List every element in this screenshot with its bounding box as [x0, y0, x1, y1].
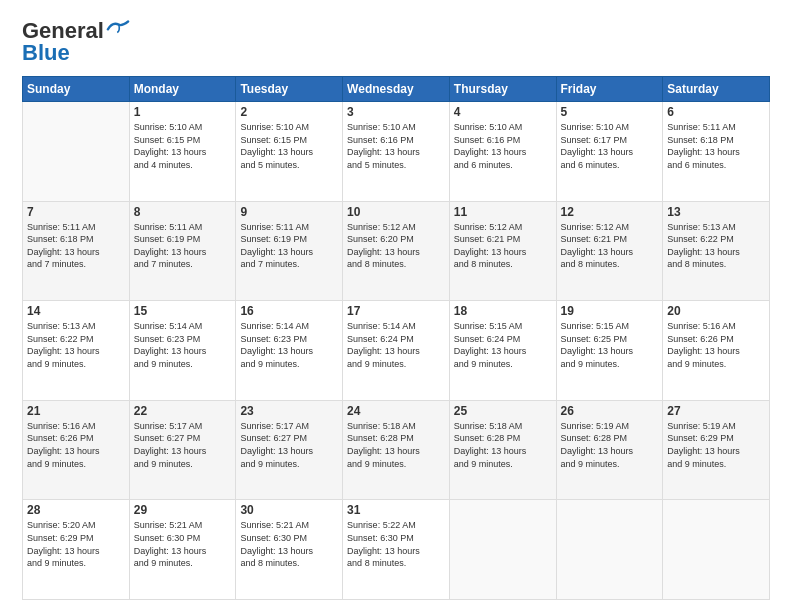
cell-sun-info: Sunrise: 5:11 AM Sunset: 6:18 PM Dayligh…: [27, 221, 125, 271]
cell-sun-info: Sunrise: 5:14 AM Sunset: 6:23 PM Dayligh…: [134, 320, 232, 370]
logo-blue: Blue: [22, 40, 70, 66]
calendar-cell: 4Sunrise: 5:10 AM Sunset: 6:16 PM Daylig…: [449, 102, 556, 202]
calendar-cell: [23, 102, 130, 202]
header: General Blue: [22, 18, 770, 66]
calendar-cell: 23Sunrise: 5:17 AM Sunset: 6:27 PM Dayli…: [236, 400, 343, 500]
day-number: 8: [134, 205, 232, 219]
page: General Blue SundayMondayTuesdayWednesda…: [0, 0, 792, 612]
day-number: 11: [454, 205, 552, 219]
cell-sun-info: Sunrise: 5:17 AM Sunset: 6:27 PM Dayligh…: [134, 420, 232, 470]
day-number: 2: [240, 105, 338, 119]
weekday-header: Saturday: [663, 77, 770, 102]
cell-sun-info: Sunrise: 5:21 AM Sunset: 6:30 PM Dayligh…: [134, 519, 232, 569]
calendar-cell: 8Sunrise: 5:11 AM Sunset: 6:19 PM Daylig…: [129, 201, 236, 301]
weekday-header: Sunday: [23, 77, 130, 102]
cell-sun-info: Sunrise: 5:10 AM Sunset: 6:15 PM Dayligh…: [240, 121, 338, 171]
calendar-cell: 6Sunrise: 5:11 AM Sunset: 6:18 PM Daylig…: [663, 102, 770, 202]
calendar-cell: 1Sunrise: 5:10 AM Sunset: 6:15 PM Daylig…: [129, 102, 236, 202]
cell-sun-info: Sunrise: 5:19 AM Sunset: 6:28 PM Dayligh…: [561, 420, 659, 470]
calendar-cell: 25Sunrise: 5:18 AM Sunset: 6:28 PM Dayli…: [449, 400, 556, 500]
calendar-header-row: SundayMondayTuesdayWednesdayThursdayFrid…: [23, 77, 770, 102]
day-number: 21: [27, 404, 125, 418]
weekday-header: Tuesday: [236, 77, 343, 102]
calendar-cell: 26Sunrise: 5:19 AM Sunset: 6:28 PM Dayli…: [556, 400, 663, 500]
cell-sun-info: Sunrise: 5:13 AM Sunset: 6:22 PM Dayligh…: [27, 320, 125, 370]
calendar-cell: 2Sunrise: 5:10 AM Sunset: 6:15 PM Daylig…: [236, 102, 343, 202]
cell-sun-info: Sunrise: 5:19 AM Sunset: 6:29 PM Dayligh…: [667, 420, 765, 470]
cell-sun-info: Sunrise: 5:10 AM Sunset: 6:16 PM Dayligh…: [454, 121, 552, 171]
calendar-row: 21Sunrise: 5:16 AM Sunset: 6:26 PM Dayli…: [23, 400, 770, 500]
calendar-cell: 16Sunrise: 5:14 AM Sunset: 6:23 PM Dayli…: [236, 301, 343, 401]
calendar-table: SundayMondayTuesdayWednesdayThursdayFrid…: [22, 76, 770, 600]
day-number: 16: [240, 304, 338, 318]
calendar-cell: [663, 500, 770, 600]
day-number: 30: [240, 503, 338, 517]
calendar-cell: 30Sunrise: 5:21 AM Sunset: 6:30 PM Dayli…: [236, 500, 343, 600]
day-number: 26: [561, 404, 659, 418]
calendar-cell: 22Sunrise: 5:17 AM Sunset: 6:27 PM Dayli…: [129, 400, 236, 500]
calendar-cell: 28Sunrise: 5:20 AM Sunset: 6:29 PM Dayli…: [23, 500, 130, 600]
cell-sun-info: Sunrise: 5:16 AM Sunset: 6:26 PM Dayligh…: [27, 420, 125, 470]
cell-sun-info: Sunrise: 5:11 AM Sunset: 6:18 PM Dayligh…: [667, 121, 765, 171]
day-number: 23: [240, 404, 338, 418]
cell-sun-info: Sunrise: 5:15 AM Sunset: 6:25 PM Dayligh…: [561, 320, 659, 370]
day-number: 14: [27, 304, 125, 318]
cell-sun-info: Sunrise: 5:22 AM Sunset: 6:30 PM Dayligh…: [347, 519, 445, 569]
day-number: 9: [240, 205, 338, 219]
weekday-header: Monday: [129, 77, 236, 102]
cell-sun-info: Sunrise: 5:10 AM Sunset: 6:17 PM Dayligh…: [561, 121, 659, 171]
calendar-cell: 21Sunrise: 5:16 AM Sunset: 6:26 PM Dayli…: [23, 400, 130, 500]
day-number: 5: [561, 105, 659, 119]
cell-sun-info: Sunrise: 5:16 AM Sunset: 6:26 PM Dayligh…: [667, 320, 765, 370]
logo-bird-icon: [106, 20, 130, 34]
cell-sun-info: Sunrise: 5:12 AM Sunset: 6:21 PM Dayligh…: [454, 221, 552, 271]
cell-sun-info: Sunrise: 5:10 AM Sunset: 6:15 PM Dayligh…: [134, 121, 232, 171]
calendar-cell: 14Sunrise: 5:13 AM Sunset: 6:22 PM Dayli…: [23, 301, 130, 401]
calendar-cell: 11Sunrise: 5:12 AM Sunset: 6:21 PM Dayli…: [449, 201, 556, 301]
calendar-cell: 20Sunrise: 5:16 AM Sunset: 6:26 PM Dayli…: [663, 301, 770, 401]
calendar-cell: [449, 500, 556, 600]
calendar-cell: 9Sunrise: 5:11 AM Sunset: 6:19 PM Daylig…: [236, 201, 343, 301]
calendar-row: 7Sunrise: 5:11 AM Sunset: 6:18 PM Daylig…: [23, 201, 770, 301]
day-number: 27: [667, 404, 765, 418]
cell-sun-info: Sunrise: 5:10 AM Sunset: 6:16 PM Dayligh…: [347, 121, 445, 171]
day-number: 29: [134, 503, 232, 517]
cell-sun-info: Sunrise: 5:11 AM Sunset: 6:19 PM Dayligh…: [134, 221, 232, 271]
cell-sun-info: Sunrise: 5:14 AM Sunset: 6:24 PM Dayligh…: [347, 320, 445, 370]
day-number: 24: [347, 404, 445, 418]
cell-sun-info: Sunrise: 5:21 AM Sunset: 6:30 PM Dayligh…: [240, 519, 338, 569]
calendar-cell: 12Sunrise: 5:12 AM Sunset: 6:21 PM Dayli…: [556, 201, 663, 301]
cell-sun-info: Sunrise: 5:18 AM Sunset: 6:28 PM Dayligh…: [454, 420, 552, 470]
weekday-header: Wednesday: [343, 77, 450, 102]
day-number: 22: [134, 404, 232, 418]
calendar-cell: 17Sunrise: 5:14 AM Sunset: 6:24 PM Dayli…: [343, 301, 450, 401]
calendar-cell: 31Sunrise: 5:22 AM Sunset: 6:30 PM Dayli…: [343, 500, 450, 600]
calendar-cell: 10Sunrise: 5:12 AM Sunset: 6:20 PM Dayli…: [343, 201, 450, 301]
calendar-cell: 29Sunrise: 5:21 AM Sunset: 6:30 PM Dayli…: [129, 500, 236, 600]
cell-sun-info: Sunrise: 5:12 AM Sunset: 6:21 PM Dayligh…: [561, 221, 659, 271]
cell-sun-info: Sunrise: 5:12 AM Sunset: 6:20 PM Dayligh…: [347, 221, 445, 271]
calendar-cell: 7Sunrise: 5:11 AM Sunset: 6:18 PM Daylig…: [23, 201, 130, 301]
weekday-header: Friday: [556, 77, 663, 102]
day-number: 6: [667, 105, 765, 119]
cell-sun-info: Sunrise: 5:14 AM Sunset: 6:23 PM Dayligh…: [240, 320, 338, 370]
calendar-cell: 19Sunrise: 5:15 AM Sunset: 6:25 PM Dayli…: [556, 301, 663, 401]
calendar-cell: 3Sunrise: 5:10 AM Sunset: 6:16 PM Daylig…: [343, 102, 450, 202]
calendar-cell: 5Sunrise: 5:10 AM Sunset: 6:17 PM Daylig…: [556, 102, 663, 202]
day-number: 31: [347, 503, 445, 517]
day-number: 20: [667, 304, 765, 318]
day-number: 25: [454, 404, 552, 418]
cell-sun-info: Sunrise: 5:18 AM Sunset: 6:28 PM Dayligh…: [347, 420, 445, 470]
calendar-cell: 27Sunrise: 5:19 AM Sunset: 6:29 PM Dayli…: [663, 400, 770, 500]
day-number: 28: [27, 503, 125, 517]
calendar-row: 28Sunrise: 5:20 AM Sunset: 6:29 PM Dayli…: [23, 500, 770, 600]
day-number: 3: [347, 105, 445, 119]
day-number: 19: [561, 304, 659, 318]
cell-sun-info: Sunrise: 5:17 AM Sunset: 6:27 PM Dayligh…: [240, 420, 338, 470]
day-number: 4: [454, 105, 552, 119]
logo: General Blue: [22, 18, 130, 66]
cell-sun-info: Sunrise: 5:15 AM Sunset: 6:24 PM Dayligh…: [454, 320, 552, 370]
day-number: 7: [27, 205, 125, 219]
calendar-row: 14Sunrise: 5:13 AM Sunset: 6:22 PM Dayli…: [23, 301, 770, 401]
cell-sun-info: Sunrise: 5:20 AM Sunset: 6:29 PM Dayligh…: [27, 519, 125, 569]
